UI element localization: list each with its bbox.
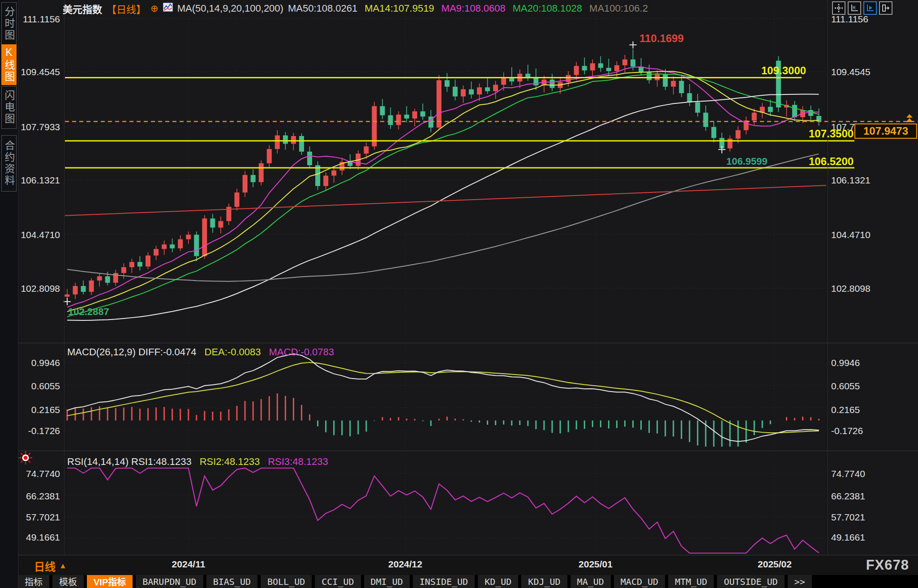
rsi2-value: RSI2:48.1233 [200,456,260,468]
chart-canvas [0,0,918,588]
sidebar-tab-1[interactable]: K线图 [1,44,17,85]
chart-type-sidebar: 分时图K线图闪电图合约资料 [0,0,18,588]
price-axis-label: 104.4710 [18,230,60,240]
macd-dea-value: DEA:-0.0083 [205,346,261,358]
indicator-tab-[interactable]: 模板 [52,575,84,588]
indicator-tab-bar: 指标模板VIP指标BARUPDN_UDBIAS_UDBOLL_UDCCI_UDD… [18,575,918,588]
left-axis-separator [64,0,64,555]
rsi-panel-divider [18,451,918,451]
mini-chart-icon[interactable] [163,3,173,14]
axis-play-icon[interactable] [863,1,877,15]
indicator-tab-dmiud[interactable]: DMI_UD [364,575,410,588]
indicator-tab-maud[interactable]: MA_UD [571,575,611,588]
resistance-level-label: 109.3000 [761,64,806,77]
crosshair-move-icon[interactable] [832,1,845,15]
ma-readouts: MA50:108.0261MA14:107.9519MA9:108.0608MA… [288,3,655,14]
sidebar-tab-3[interactable]: 合约资料 [1,135,17,192]
current-period-button[interactable]: 日线 ▲ [34,558,67,574]
price-axis-label: 66.2381 [831,491,865,502]
date-strip: 日线 ▲ 2024/112024/122025/012025/02 FX678 [18,555,918,575]
alarm-icon[interactable] [19,451,32,466]
price-axis-label: 0.6055 [831,381,860,392]
indicator-tab-insideud[interactable]: INSIDE_UD [413,575,475,588]
price-axis-label: 74.7740 [18,469,60,479]
chart-header: 美元指数 【日线】 ⊕ MA(50,14,9,20,100,200) MA50:… [63,3,655,14]
price-axis-label: 107.7933 [18,122,60,132]
watermark: FX678 [866,557,909,573]
ma-readout: MA9:108.0608 [442,3,506,14]
price-axis-label: 49.1661 [18,532,60,543]
indicator-tab-kdjud[interactable]: KDJ_UD [521,575,567,588]
price-axis-label: 57.7021 [831,512,865,523]
period-label[interactable]: 【日线】 [107,1,146,16]
pullback-low-annotation: 106.9599 [726,156,768,167]
high-price-annotation: 110.1699 [639,32,684,45]
price-axis-label: 0.2165 [831,405,860,415]
ma-readout: MA20:108.1028 [513,3,582,14]
date-label: 2025/02 [758,559,792,570]
right-axis-separator [828,0,828,555]
indicator-tab-kdud[interactable]: KD_UD [478,575,518,588]
price-axis-label: 57.7021 [18,512,60,523]
price-axis-label: 0.6055 [18,381,60,392]
last-price-box: 107.9473 [854,124,917,139]
indicator-tab-[interactable]: 指标 [18,575,49,588]
indicator-tab-bollud[interactable]: BOLL_UD [261,575,312,588]
sidebar-tab-0[interactable]: 分时图 [1,2,17,45]
macd-title: MACD(26,12,9) DIFF:-0.0474 [67,346,197,358]
current-period-label: 日线 [34,558,56,574]
price-axis-label: 111.1156 [18,14,60,25]
price-axis-label: 109.4545 [18,67,60,77]
macd-header: MACD(26,12,9) DIFF:-0.0474 DEA:-0.0083 M… [67,346,334,358]
price-axis-label: 0.9946 [831,358,860,368]
date-label: 2024/11 [172,559,206,570]
ma-readout: MA50:108.0261 [288,3,357,14]
indicator-tab-biasud[interactable]: BIAS_UD [206,575,257,588]
rsi3-value: RSI3:48.1233 [268,456,328,468]
price-axis-label: 0.2165 [18,405,60,415]
period-up-arrow-icon: ▲ [59,562,67,571]
indicator-tab-cciud[interactable]: CCI_UD [315,575,360,588]
support-level-label-1: 107.3500 [809,128,854,140]
price-axis-label: 109.4545 [831,67,871,77]
price-axis-label: 102.8098 [831,283,871,294]
macd-value: MACD:-0.0783 [269,346,335,358]
indicator-tab-mtmud[interactable]: MTM_UD [668,575,714,588]
rsi1-value: RSI(14,14,14) RSI1:48.1233 [67,456,192,468]
price-axis-label: 106.1321 [831,175,871,186]
sidebar-tab-2[interactable]: 闪电图 [1,86,17,129]
axis-adjust-icon[interactable]: H [848,1,861,15]
rsi-header: RSI(14,14,14) RSI1:48.1233 RSI2:48.1233 … [67,456,328,468]
exit-right-icon[interactable] [879,1,892,15]
price-axis-label: 74.7740 [831,469,865,479]
price-axis-label: -0.1726 [831,426,863,436]
ma-readout: MA100:106.2 [589,3,648,14]
svg-text:H: H [853,5,855,10]
indicator-tab-vip[interactable]: VIP指标 [87,575,133,588]
ma-settings-label: MA(50,14,9,20,100,200) [177,3,283,14]
price-axis-label: 49.1661 [831,532,865,543]
indicator-tab-[interactable]: >> [788,575,812,588]
indicator-tab-outsideud[interactable]: OUTSIDE_UD [717,575,784,588]
price-axis-label: 106.1321 [18,175,60,186]
chart-toolbar: H [832,1,892,15]
date-label: 2025/01 [579,559,613,570]
indicator-tab-macdud[interactable]: MACD_UD [614,575,665,588]
support-level-label-2: 106.5200 [809,155,854,168]
price-axis-label: 0.9946 [18,358,60,368]
price-axis-label: 66.2381 [18,491,60,502]
indicator-tab-barupdnud[interactable]: BARUPDN_UD [136,575,203,588]
plus-circle-icon[interactable]: ⊕ [150,3,159,14]
start-low-annotation: 102.2887 [68,306,109,318]
date-label: 2024/12 [388,559,422,570]
price-axis-label: 102.8098 [18,283,60,294]
ma-readout: MA14:107.9519 [365,3,434,14]
symbol-title: 美元指数 [63,1,102,16]
macd-panel-divider [18,343,918,343]
price-axis-label: 111.1156 [831,14,868,25]
price-axis-label: 104.4710 [831,230,871,240]
price-axis-label: -0.1726 [18,426,60,436]
trading-app-window: 分时图K线图闪电图合约资料 美元指数 【日线】 ⊕ MA(50,14,9,20,… [0,0,918,588]
